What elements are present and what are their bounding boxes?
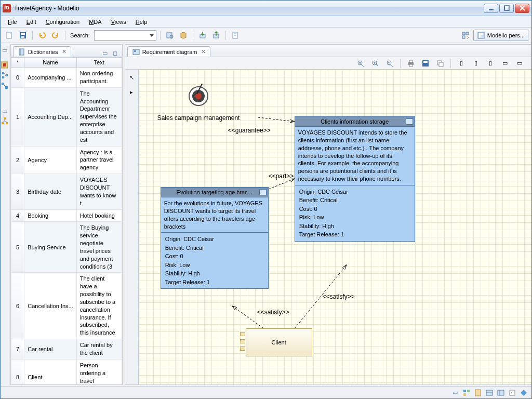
align-middle-icon[interactable]: ▭: [514, 58, 525, 69]
row-text: The client have a possibility to subscri…: [76, 273, 122, 339]
client-node[interactable]: Client: [246, 328, 312, 356]
align-right-icon[interactable]: ▯: [485, 58, 496, 69]
save-icon[interactable]: [17, 30, 29, 41]
edge-part-label: <<part>>: [269, 172, 294, 180]
redo-icon[interactable]: [50, 30, 61, 41]
menu-help[interactable]: Help: [131, 18, 152, 26]
sb-outline-icon[interactable]: [463, 389, 470, 396]
svg-rect-16: [478, 32, 484, 38]
svg-line-43: [391, 64, 393, 66]
statusbar: ▭: [1, 386, 531, 398]
requirement-clients-info[interactable]: Clients information storage VOYAGES DISC…: [295, 116, 415, 242]
col-name[interactable]: Name: [24, 58, 76, 68]
table-row[interactable]: 7Car rentalCar rental by the client: [11, 339, 122, 360]
palette-expand-icon[interactable]: ▸: [126, 86, 137, 98]
align-bottom-icon[interactable]: ▭: [528, 58, 531, 69]
svg-rect-14: [466, 32, 469, 35]
row-name: Car rental: [24, 339, 76, 360]
menubar: File Edit Configuration MDA Views Help: [1, 16, 531, 28]
diagram-toolbar: ▯ ▯ ▯ ▭ ▭ ▭ ↔ ↕ ▣ ▦ ✎ ☰ ☷: [125, 57, 531, 70]
properties-icon[interactable]: [230, 30, 241, 41]
dictionary-table[interactable]: * Name Text 0Accompanying ...Non orderin…: [11, 57, 122, 384]
svg-line-52: [258, 117, 295, 122]
table-row[interactable]: 5Buying ServiceThe Buying service negoti…: [11, 222, 122, 273]
rail-restore2-icon[interactable]: ▭: [1, 108, 8, 115]
table-row[interactable]: 2AgencyAgency : is a partner travel agen…: [11, 146, 122, 174]
col-index[interactable]: *: [11, 58, 24, 68]
close-icon[interactable]: ✕: [201, 48, 206, 55]
menu-views[interactable]: Views: [107, 18, 130, 26]
open-perspective-icon[interactable]: [460, 30, 471, 41]
undo-icon[interactable]: [36, 30, 48, 41]
svg-rect-60: [486, 390, 493, 395]
table-row[interactable]: 4BookingHotel booking: [11, 209, 122, 222]
import-icon[interactable]: [197, 30, 208, 41]
perspective-button[interactable]: Modelio pers...: [473, 30, 528, 41]
copy-image-icon[interactable]: [434, 58, 446, 69]
save-diagram-icon[interactable]: [420, 58, 431, 69]
row-text: The Accounting Departmenr supervises the…: [76, 87, 122, 146]
table-row[interactable]: 3Birthday dateVOYAGES DISCOUNT wants to …: [11, 174, 122, 209]
row-text: Non ordering participant.: [76, 68, 122, 88]
zoom-out-icon[interactable]: [384, 58, 395, 69]
minimize-view-icon[interactable]: ▭: [101, 49, 109, 57]
svg-rect-58: [463, 393, 466, 396]
menu-edit[interactable]: Edit: [22, 18, 41, 26]
diagram-canvas[interactable]: Sales campaign management <<guarantee>> …: [139, 70, 531, 384]
sb-props-icon[interactable]: [486, 389, 493, 396]
requirement-evolution[interactable]: Evolution targeting age brac... For the …: [161, 187, 269, 289]
requirement-icon: [259, 189, 267, 195]
goal-node[interactable]: [189, 86, 209, 107]
maximize-button[interactable]: [499, 4, 514, 13]
table-row[interactable]: 1Accounting Dep...The Accounting Departm…: [11, 87, 122, 146]
table-row[interactable]: 6Cancellation Ins...The client have a po…: [11, 273, 122, 339]
rail-links-icon[interactable]: [1, 82, 9, 90]
rail-model-icon[interactable]: [1, 61, 9, 69]
rail-restore-icon[interactable]: ▭: [1, 46, 8, 54]
tab-dictionaries[interactable]: Dictionaries ✕: [13, 46, 71, 57]
sb-script-icon[interactable]: [509, 389, 516, 396]
table-row[interactable]: 8ClientPerson ordering a travel package,: [11, 359, 122, 384]
zoom-in-icon[interactable]: [369, 58, 381, 69]
sb-diamond-icon[interactable]: [520, 389, 527, 396]
svg-rect-5: [21, 36, 24, 38]
col-text[interactable]: Text: [76, 58, 122, 68]
palette-select-icon[interactable]: ↖: [126, 72, 137, 83]
perspective-icon: [477, 31, 485, 39]
align-top-icon[interactable]: ▭: [499, 58, 511, 69]
menu-configuration[interactable]: Configuration: [42, 18, 84, 26]
row-name: Birthday date: [24, 174, 76, 209]
tab-requirement-diagram[interactable]: Requirement diagram ✕: [127, 46, 211, 57]
sb-audit-icon[interactable]: [497, 389, 504, 396]
left-rail: ▭ ▭: [1, 43, 9, 386]
package-search-icon[interactable]: [178, 30, 189, 41]
tab-requirement-diagram-label: Requirement diagram: [142, 49, 197, 55]
close-icon[interactable]: ✕: [62, 48, 66, 55]
svg-rect-15: [462, 36, 465, 38]
model-search-icon[interactable]: [164, 30, 176, 41]
rail-outline-icon[interactable]: [1, 71, 9, 79]
print-icon[interactable]: [405, 58, 417, 69]
search-label: Search:: [70, 32, 90, 38]
svg-rect-4: [21, 33, 25, 35]
row-index: 3: [11, 174, 24, 209]
sb-notes-icon[interactable]: [474, 389, 482, 396]
table-row[interactable]: 0Accompanying ...Non ordering participan…: [11, 68, 122, 88]
close-button[interactable]: [515, 4, 529, 13]
row-name: Booking: [24, 209, 76, 222]
minimize-button[interactable]: [484, 4, 498, 13]
row-index: 2: [11, 146, 24, 174]
sb-restore-icon[interactable]: ▭: [451, 389, 459, 396]
edge-guarantee-label: <<guarantee>>: [228, 127, 271, 134]
new-icon[interactable]: [4, 30, 15, 41]
search-input[interactable]: [94, 30, 156, 41]
rail-hierarchy-icon[interactable]: [1, 117, 9, 125]
menu-file[interactable]: File: [4, 18, 21, 26]
row-index: 8: [11, 359, 24, 384]
export-icon[interactable]: [210, 30, 222, 41]
align-left-icon[interactable]: ▯: [456, 58, 467, 69]
menu-mda[interactable]: MDA: [85, 18, 105, 26]
maximize-view-icon[interactable]: ◻: [112, 49, 119, 57]
align-center-icon[interactable]: ▯: [470, 58, 482, 69]
zoom-fit-icon[interactable]: [355, 58, 366, 69]
